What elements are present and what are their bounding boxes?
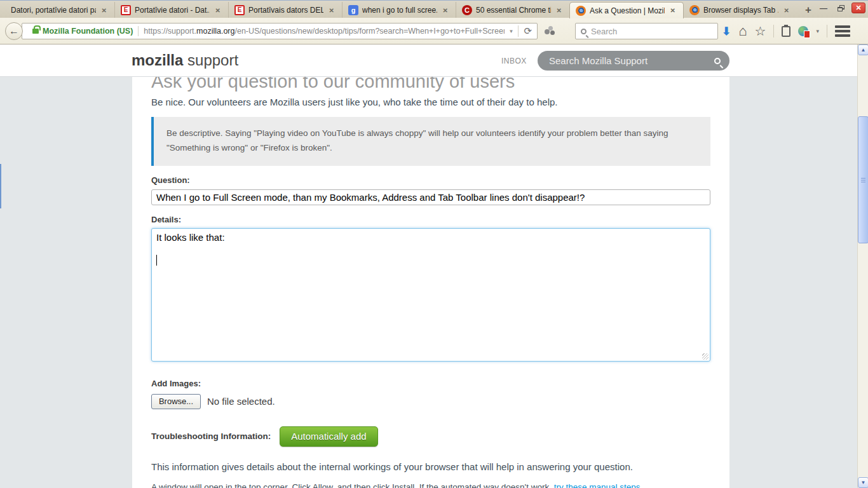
tab-chrome-tips[interactable]: C 50 essential Chrome ti... ✕ — [456, 2, 569, 18]
divider — [773, 25, 774, 37]
browser-search-bar[interactable] — [575, 23, 718, 39]
site-identity-label[interactable]: Mozilla Foundation (US) — [43, 27, 133, 36]
e-shop-favicon-icon: E — [234, 5, 245, 15]
tab-strip: Datori, portatīvie datori pa... ✕ E Port… — [0, 0, 868, 18]
browser-search-input[interactable] — [591, 27, 712, 36]
tab-close-icon[interactable]: ✕ — [441, 6, 450, 15]
manual-steps-prefix: A window will open in the top corner. Cl… — [151, 482, 554, 488]
tab-title: Portatīvie datori - Dat... — [135, 6, 210, 15]
tab-title: 50 essential Chrome ti... — [476, 6, 551, 15]
tab-datori[interactable]: Datori, portatīvie datori pa... ✕ — [1, 2, 114, 18]
downloads-icon[interactable]: ⬇ — [722, 25, 731, 38]
tab-title: Datori, portatīvie datori pa... — [11, 6, 96, 15]
tab-close-icon[interactable]: ✕ — [214, 6, 222, 15]
tab-close-icon[interactable]: ✕ — [782, 6, 791, 15]
info-text: This information gives details about the… — [151, 461, 710, 472]
tab-portativais-dators[interactable]: E Portatīvais dators DEL... ✕ — [228, 2, 342, 18]
manual-steps-text: A window will open in the top corner. Cl… — [151, 482, 710, 488]
restore-icon — [837, 5, 844, 11]
scroll-up-button[interactable]: ▲ — [858, 44, 868, 55]
logo-bold-part: mozilla — [132, 51, 183, 69]
restore-button[interactable] — [834, 3, 847, 13]
window-controls: — ✕ — [817, 3, 865, 13]
tab-title: Browser displays Tab ... — [703, 6, 778, 15]
extension-dropdown-icon[interactable]: ▾ — [816, 28, 819, 34]
divider — [827, 25, 827, 37]
home-icon[interactable]: ⌂ — [738, 23, 747, 39]
search-icon — [581, 29, 587, 34]
tab-close-icon[interactable]: ✕ — [100, 6, 109, 15]
tab-close-icon[interactable]: ✕ — [327, 6, 336, 15]
question-input[interactable] — [151, 189, 710, 205]
web-to-pdf-extension-icon[interactable] — [798, 26, 808, 36]
google-favicon-icon: g — [348, 5, 358, 15]
file-upload-row: Browse... No file selected. — [151, 394, 710, 409]
tab-portativie-datori[interactable]: E Portatīvie datori - Dat... ✕ — [114, 2, 228, 18]
inbox-link[interactable]: INBOX — [501, 57, 527, 65]
clipboard-extension-icon[interactable] — [782, 26, 790, 37]
toolbar-buttons: ⬇ ⌂ ☆ ▾ — [722, 18, 850, 44]
cnet-favicon-icon: C — [462, 5, 472, 15]
resize-grip-icon[interactable] — [702, 353, 709, 360]
text-cursor — [156, 255, 157, 266]
url-domain: mozilla.org — [196, 27, 234, 36]
url-text[interactable]: https://support.mozilla.org/en-US/questi… — [144, 27, 504, 36]
page-viewport: mozilla support INBOX Ask your question … — [0, 44, 857, 488]
tab-close-icon[interactable]: ✕ — [668, 6, 677, 15]
browse-button[interactable]: Browse... — [151, 394, 201, 409]
firefox-favicon-icon — [576, 6, 586, 16]
tab-ask-a-question-active[interactable]: Ask a Question | Mozill... ✕ — [569, 2, 684, 18]
url-prefix: https://support. — [144, 27, 196, 36]
troubleshooting-label: Troubleshooting Information: — [151, 431, 271, 441]
ghostery-extension-icon[interactable] — [545, 26, 556, 36]
url-bar[interactable]: Mozilla Foundation (US) https://support.… — [22, 23, 538, 39]
tab-google-search[interactable]: g when i go to full scree... ✕ — [342, 2, 456, 18]
url-path: /en-US/questions/new/desktop/tips/form?s… — [234, 27, 504, 36]
back-button[interactable]: ← — [5, 22, 23, 40]
scroll-down-button[interactable]: ▼ — [858, 477, 868, 488]
tab-title: when i go to full scree... — [362, 6, 437, 15]
page-subtitle: Be nice. Our volunteers are Mozilla user… — [151, 97, 710, 107]
mozilla-support-header: mozilla support INBOX — [0, 44, 857, 77]
mozilla-support-logo[interactable]: mozilla support — [132, 51, 238, 69]
question-label: Question: — [151, 175, 710, 185]
troubleshooting-row: Troubleshooting Information: Automatical… — [151, 426, 710, 447]
details-textarea[interactable]: It looks like that: — [151, 228, 710, 362]
url-history-dropdown-icon[interactable]: ▼ — [505, 29, 519, 34]
automatically-add-button[interactable]: Automatically add — [280, 426, 377, 447]
close-button[interactable]: ✕ — [851, 3, 865, 13]
reload-icon[interactable]: ⟳ — [519, 25, 537, 37]
add-images-label: Add Images: — [151, 379, 710, 388]
support-search-pill[interactable] — [538, 51, 729, 71]
firefox-window: Datori, portatīvie datori pa... ✕ E Port… — [0, 0, 868, 488]
scrollbar-thumb[interactable] — [858, 116, 868, 243]
e-shop-favicon-icon: E — [121, 5, 131, 15]
support-search-input[interactable] — [549, 55, 714, 66]
tab-title: Portatīvais dators DEL... — [248, 6, 323, 15]
details-field-wrapper: It looks like that: — [151, 228, 710, 362]
tab-list: Datori, portatīvie datori pa... ✕ E Port… — [1, 2, 797, 18]
logo-light-part: support — [187, 51, 238, 69]
details-label: Details: — [151, 215, 710, 224]
tip-box: Be descriptive. Saying "Playing video on… — [151, 117, 710, 166]
bookmark-star-icon[interactable]: ☆ — [755, 24, 766, 39]
hamburger-menu-icon[interactable] — [835, 25, 850, 37]
tab-title: Ask a Question | Mozill... — [590, 6, 665, 15]
new-tab-button[interactable]: + — [801, 4, 816, 17]
firefox-favicon-icon — [689, 5, 700, 15]
lock-icon — [32, 29, 39, 34]
page-scrollbar[interactable]: ▲ ▼ — [857, 44, 868, 488]
tab-close-icon[interactable]: ✕ — [555, 6, 564, 15]
question-form: Ask your question to our community of us… — [132, 77, 729, 488]
divider — [138, 26, 139, 36]
no-file-selected-text: No file selected. — [207, 396, 275, 407]
navigation-toolbar: ← Mozilla Foundation (US) https://suppor… — [0, 18, 868, 44]
left-edge-marker — [0, 164, 1, 208]
manual-steps-link[interactable]: try these manual steps. — [554, 482, 643, 488]
tip-text: Be descriptive. Saying "Playing video on… — [166, 128, 668, 152]
minimize-button[interactable]: — — [817, 3, 830, 13]
search-icon — [714, 58, 721, 64]
tab-browser-displays[interactable]: Browser displays Tab ... ✕ — [684, 2, 797, 18]
